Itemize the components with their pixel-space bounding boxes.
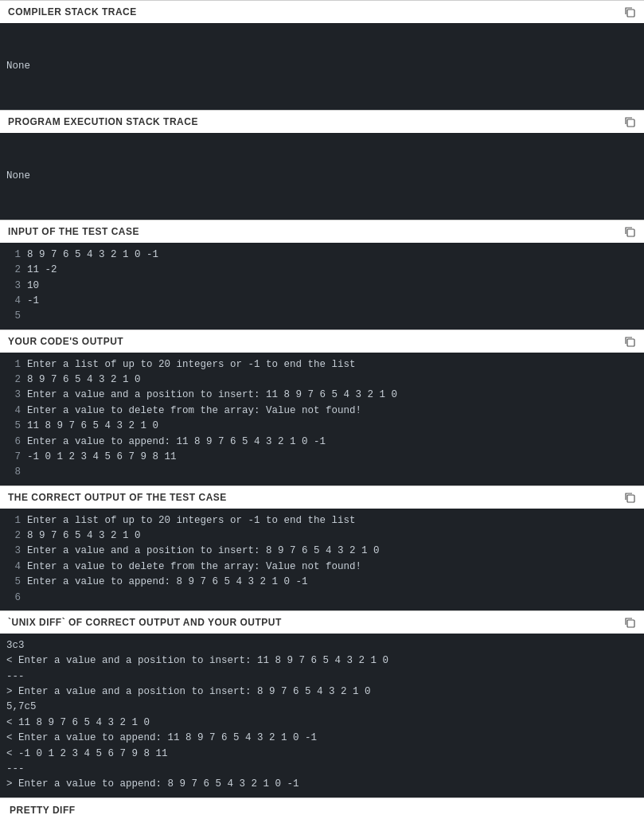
compiler-stack-trace-header: COMPILER STACK TRACE xyxy=(0,0,644,23)
table-row: 18 9 7 6 5 4 3 2 1 0 -1 xyxy=(6,248,638,263)
line-content: Enter a value and a position to insert: … xyxy=(27,388,638,403)
line-content: Enter a value to delete from the array: … xyxy=(27,404,638,419)
correct-output-title: THE CORRECT OUTPUT OF THE TEST CASE xyxy=(8,492,227,503)
table-row: 6Enter a value to append: 11 8 9 7 6 5 4… xyxy=(6,435,638,450)
pretty-diff-section: PRETTY DIFF This diff is colored to make… xyxy=(0,797,644,815)
line-num: 6 xyxy=(6,435,21,450)
pretty-diff-title: PRETTY DIFF xyxy=(10,805,634,815)
svg-rect-1 xyxy=(627,119,634,127)
svg-rect-2 xyxy=(627,229,634,236)
program-execution-stack-trace-copy-icon[interactable] xyxy=(623,115,636,128)
line-num: 8 xyxy=(6,465,21,480)
table-row: 4Enter a value to delete from the array:… xyxy=(6,404,638,419)
table-row: 511 8 9 7 6 5 4 3 2 1 0 xyxy=(6,419,638,434)
line-content: 11 8 9 7 6 5 4 3 2 1 0 xyxy=(27,419,638,434)
line-content: --- xyxy=(6,669,638,684)
line-num: 4 xyxy=(6,294,21,309)
input-test-case-block: 18 9 7 6 5 4 3 2 1 0 -1211 -23104-15 xyxy=(0,243,644,330)
correct-output-block: 1Enter a list of up to 20 integers or -1… xyxy=(0,509,644,610)
table-row: < -1 0 1 2 3 4 5 6 7 9 8 11 xyxy=(6,747,638,762)
table-row: > Enter a value and a position to insert… xyxy=(6,684,638,700)
line-num: 2 xyxy=(6,528,21,544)
line-content: --- xyxy=(6,762,638,777)
table-row: > Enter a value to append: 8 9 7 6 5 4 3… xyxy=(6,777,638,792)
line-content: Enter a value and a position to insert: … xyxy=(27,544,638,559)
table-row: 4Enter a value to delete from the array:… xyxy=(6,560,638,575)
line-content: Enter a list of up to 20 integers or -1 … xyxy=(27,357,638,372)
line-num: 3 xyxy=(6,279,21,294)
correct-output-section: THE CORRECT OUTPUT OF THE TEST CASE 1Ent… xyxy=(0,485,644,610)
line-content: < Enter a value to append: 11 8 9 7 6 5 … xyxy=(6,731,638,746)
table-row: 8 xyxy=(6,465,638,480)
line-content: Enter a value to append: 8 9 7 6 5 4 3 2… xyxy=(27,575,638,590)
table-row: 211 -2 xyxy=(6,263,638,278)
table-row: < Enter a value and a position to insert… xyxy=(6,653,638,669)
line-num: 3 xyxy=(6,388,21,403)
table-row: 28 9 7 6 5 4 3 2 1 0 xyxy=(6,372,638,388)
line-content: -1 xyxy=(27,294,638,309)
table-row: 3c3 xyxy=(6,638,638,653)
your-code-output-section: YOUR CODE'S OUTPUT 1Enter a list of up t… xyxy=(0,330,644,485)
svg-rect-5 xyxy=(627,620,634,627)
line-content xyxy=(27,309,638,324)
line-content: > Enter a value to append: 8 9 7 6 5 4 3… xyxy=(6,777,638,792)
svg-rect-4 xyxy=(627,495,634,502)
line-content: < 11 8 9 7 6 5 4 3 2 1 0 xyxy=(6,716,638,731)
table-row: 3Enter a value and a position to insert:… xyxy=(6,388,638,403)
line-content: Enter a list of up to 20 integers or -1 … xyxy=(27,513,638,528)
line-num: 1 xyxy=(6,248,21,263)
line-content: 5,7c5 xyxy=(6,700,638,715)
line-num: 3 xyxy=(6,544,21,559)
table-row: --- xyxy=(6,762,638,777)
unix-diff-copy-icon[interactable] xyxy=(623,616,636,629)
line-num: 5 xyxy=(6,309,21,324)
your-code-output-title: YOUR CODE'S OUTPUT xyxy=(8,336,123,347)
unix-diff-block: 3c3< Enter a value and a position to ins… xyxy=(0,634,644,797)
table-row: 4-1 xyxy=(6,294,638,309)
your-code-output-header: YOUR CODE'S OUTPUT xyxy=(0,330,644,353)
line-content: < Enter a value and a position to insert… xyxy=(6,653,638,669)
line-num: 2 xyxy=(6,372,21,388)
unix-diff-header: `UNIX DIFF` OF CORRECT OUTPUT AND YOUR O… xyxy=(0,610,644,634)
line-content: 8 9 7 6 5 4 3 2 1 0 -1 xyxy=(27,248,638,263)
table-row: 3Enter a value and a position to insert:… xyxy=(6,544,638,559)
your-code-output-block: 1Enter a list of up to 20 integers or -1… xyxy=(0,353,644,485)
line-content: 11 -2 xyxy=(27,263,638,278)
svg-rect-3 xyxy=(627,339,634,346)
unix-diff-title: `UNIX DIFF` OF CORRECT OUTPUT AND YOUR O… xyxy=(8,617,282,628)
input-test-case-header: INPUT OF THE TEST CASE xyxy=(0,220,644,243)
table-row: 5 xyxy=(6,309,638,324)
line-num: 2 xyxy=(6,263,21,278)
compiler-stack-trace-title: COMPILER STACK TRACE xyxy=(8,6,137,18)
table-row: 310 xyxy=(6,279,638,294)
table-row: 5,7c5 xyxy=(6,700,638,715)
table-row: 6 xyxy=(6,591,638,606)
your-code-output-copy-icon[interactable] xyxy=(623,335,636,348)
compiler-stack-trace-copy-icon[interactable] xyxy=(623,6,636,18)
line-content: Enter a value to append: 11 8 9 7 6 5 4 … xyxy=(27,435,638,450)
line-content: 3c3 xyxy=(6,638,638,653)
line-content: 8 9 7 6 5 4 3 2 1 0 xyxy=(27,372,638,388)
line-content: -1 0 1 2 3 4 5 6 7 9 8 11 xyxy=(27,450,638,465)
program-execution-stack-trace-header: PROGRAM EXECUTION STACK TRACE xyxy=(0,110,644,133)
line-content: 10 xyxy=(27,279,638,294)
line-num: 7 xyxy=(6,450,21,465)
program-execution-stack-trace-section: PROGRAM EXECUTION STACK TRACE None xyxy=(0,110,644,220)
table-row: 7-1 0 1 2 3 4 5 6 7 9 8 11 xyxy=(6,450,638,465)
correct-output-copy-icon[interactable] xyxy=(623,491,636,504)
line-content: < -1 0 1 2 3 4 5 6 7 9 8 11 xyxy=(6,747,638,762)
unix-diff-section: `UNIX DIFF` OF CORRECT OUTPUT AND YOUR O… xyxy=(0,610,644,797)
line-num: 4 xyxy=(6,560,21,575)
program-execution-stack-trace-value: None xyxy=(0,133,644,220)
program-execution-stack-trace-title: PROGRAM EXECUTION STACK TRACE xyxy=(8,116,198,127)
line-content: 8 9 7 6 5 4 3 2 1 0 xyxy=(27,528,638,544)
line-content: Enter a value to delete from the array: … xyxy=(27,560,638,575)
table-row: < Enter a value to append: 11 8 9 7 6 5 … xyxy=(6,731,638,746)
input-test-case-copy-icon[interactable] xyxy=(623,225,636,238)
compiler-stack-trace-value: None xyxy=(0,23,644,110)
input-test-case-section: INPUT OF THE TEST CASE 18 9 7 6 5 4 3 2 … xyxy=(0,220,644,330)
compiler-stack-trace-section: COMPILER STACK TRACE None xyxy=(0,0,644,110)
correct-output-header: THE CORRECT OUTPUT OF THE TEST CASE xyxy=(0,485,644,509)
line-num: 4 xyxy=(6,404,21,419)
line-content xyxy=(27,465,638,480)
